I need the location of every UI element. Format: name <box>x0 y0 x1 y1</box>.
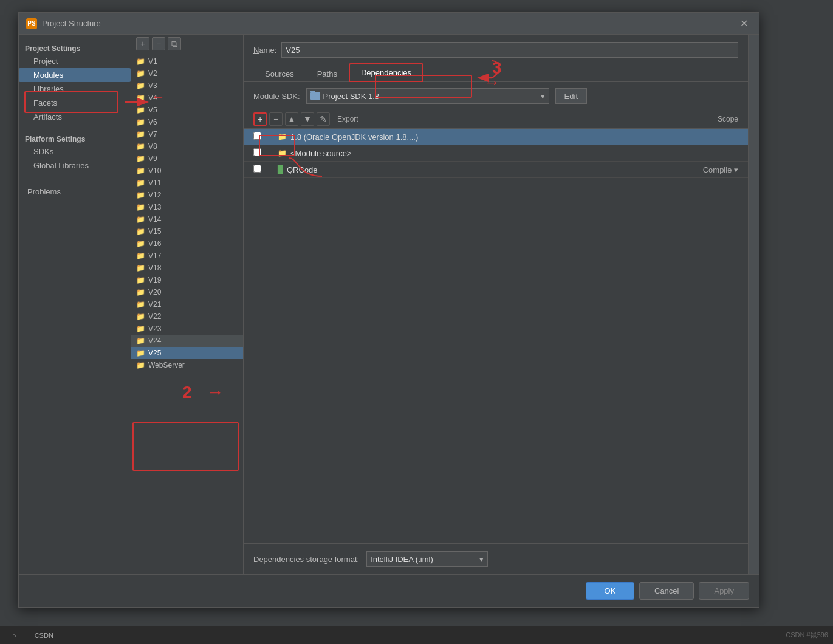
module-item-v1[interactable]: 📁 V1 <box>131 55 243 67</box>
module-item-v25[interactable]: 📁 V25 <box>131 347 243 359</box>
module-item-v3[interactable]: 📁 V3 <box>131 80 243 92</box>
apply-button[interactable]: Apply <box>699 582 749 600</box>
module-item-v10[interactable]: 📁 V10 <box>131 165 243 177</box>
tab-paths[interactable]: Paths <box>306 65 349 82</box>
module-list-panel: + − ⧉ 📁 V1 📁 V2 📁 V3 📁 V4 📁 <box>131 35 244 574</box>
module-item-v15[interactable]: 📁 V15 <box>131 225 243 238</box>
module-item-v13[interactable]: 📁 V13 <box>131 201 243 213</box>
sidebar-item-libraries[interactable]: Libraries <box>19 82 131 96</box>
folder-icon: 📁 <box>136 94 145 102</box>
export-header-label: Export <box>337 115 358 123</box>
folder-icon: 📁 <box>136 337 145 345</box>
dep-row-sdk[interactable]: 📁 1.8 (Oracle OpenJDK version 1.8....) <box>244 129 748 145</box>
module-item-v17[interactable]: 📁 V17 <box>131 250 243 262</box>
dialog-footer: OK Cancel Apply <box>19 574 759 607</box>
folder-icon: 📁 <box>136 324 145 333</box>
module-item-v12[interactable]: 📁 V12 <box>131 189 243 201</box>
folder-icon: 📁 <box>136 191 145 199</box>
folder-icon: 📁 <box>136 252 145 260</box>
dep-name-sdk: 1.8 (Oracle OpenJDK version 1.8....) <box>290 132 738 142</box>
module-item-v5[interactable]: 📁 V5 <box>131 104 243 116</box>
module-item-v16[interactable]: 📁 V16 <box>131 238 243 250</box>
name-row: Name: <box>244 35 748 63</box>
cancel-button[interactable]: Cancel <box>639 582 694 600</box>
module-item-v11[interactable]: 📁 V11 <box>131 177 243 189</box>
folder-icon: 📁 <box>136 215 145 224</box>
module-item-webserver[interactable]: 📁 WebServer <box>131 359 243 371</box>
folder-icon: 📁 <box>136 142 145 151</box>
module-item-v6[interactable]: 📁 V6 <box>131 116 243 128</box>
project-settings-section: Project Settings <box>19 39 131 54</box>
folder-icon: 📁 <box>136 203 145 211</box>
sidebar-item-global-libraries[interactable]: Global Libraries <box>19 159 131 173</box>
dep-name-module-source: <Module source> <box>290 149 738 158</box>
left-sidebar: Project Settings Project Modules Librari… <box>19 35 131 574</box>
edit-dependency-button[interactable]: ✎ <box>317 112 330 126</box>
folder-icon: 📁 <box>136 179 145 187</box>
taskbar-watermark: CSDN #鼠596 <box>786 631 828 640</box>
tab-dependencies[interactable]: Dependencies <box>349 63 423 82</box>
module-item-v7[interactable]: 📁 V7 <box>131 128 243 140</box>
scope-header-label: Scope <box>718 115 738 123</box>
folder-icon: 📁 <box>136 276 145 284</box>
dep-row-module-source[interactable]: 📁 <Module source> <box>244 145 748 162</box>
dep-row-qrcode[interactable]: ▉ QRCode Compile ▾ <box>244 162 748 178</box>
taskbar-item-1[interactable]: ○ <box>5 631 24 640</box>
close-button[interactable]: ✕ <box>736 16 752 30</box>
module-item-v4[interactable]: 📁 V4 <box>131 92 243 104</box>
add-dependency-button[interactable]: + <box>253 112 267 126</box>
folder-icon: 📁 <box>136 154 145 163</box>
storage-dropdown[interactable]: IntelliJ IDEA (.iml) ▾ <box>366 551 488 567</box>
dep-checkbox-module-source[interactable] <box>253 148 278 158</box>
tab-sources[interactable]: Sources <box>253 65 306 82</box>
module-item-v19[interactable]: 📁 V19 <box>131 274 243 286</box>
module-item-v9[interactable]: 📁 V9 <box>131 152 243 165</box>
module-item-v8[interactable]: 📁 V8 <box>131 140 243 152</box>
right-sidebar <box>748 35 759 574</box>
dep-name-qrcode: QRCode <box>287 165 703 174</box>
edit-sdk-button[interactable]: Edit <box>555 88 587 104</box>
module-item-v2[interactable]: 📁 V2 <box>131 67 243 80</box>
sidebar-item-project[interactable]: Project <box>19 54 131 68</box>
module-item-v18[interactable]: 📁 V18 <box>131 262 243 274</box>
storage-value: IntelliJ IDEA (.iml) <box>371 555 433 564</box>
project-structure-dialog: PS Project Structure ✕ Project Settings … <box>18 12 759 608</box>
folder-icon: 📁 <box>136 106 145 114</box>
remove-module-button[interactable]: − <box>152 37 165 50</box>
sdk-dropdown[interactable]: Project SDK 1.8 ▾ <box>306 88 549 104</box>
storage-format-row: Dependencies storage format: IntelliJ ID… <box>244 543 748 574</box>
taskbar: ○ CSDN CSDN #鼠596 <box>0 626 833 644</box>
module-item-v22[interactable]: 📁 V22 <box>131 310 243 323</box>
module-item-v21[interactable]: 📁 V21 <box>131 298 243 310</box>
add-module-button[interactable]: + <box>136 37 149 50</box>
module-sdk-row: Module SDK: Project SDK 1.8 ▾ Edit <box>244 82 748 110</box>
remove-dependency-button[interactable]: − <box>269 112 283 126</box>
module-item-v14[interactable]: 📁 V14 <box>131 213 243 225</box>
sidebar-item-problems[interactable]: Problems <box>19 185 131 199</box>
dep-checkbox-sdk[interactable] <box>253 132 278 142</box>
folder-icon: 📁 <box>136 57 145 66</box>
folder-icon: 📁 <box>136 81 145 90</box>
folder-icon: 📁 <box>136 166 145 175</box>
ok-button[interactable]: OK <box>586 582 634 600</box>
sidebar-item-sdks[interactable]: SDKs <box>19 145 131 159</box>
module-item-v24[interactable]: 📁 V24 <box>131 335 243 347</box>
dropdown-arrow-icon: ▾ <box>541 92 545 101</box>
module-item-v20[interactable]: 📁 V20 <box>131 286 243 298</box>
sidebar-item-modules[interactable]: Modules <box>19 68 131 82</box>
folder-icon: 📁 <box>136 130 145 139</box>
sidebar-item-artifacts[interactable]: Artifacts <box>19 110 131 124</box>
move-down-button[interactable]: ▼ <box>301 112 314 126</box>
folder-icon: 📁 <box>136 227 145 236</box>
module-sdk-label: Module SDK: <box>253 92 300 101</box>
module-item-v23[interactable]: 📁 V23 <box>131 323 243 335</box>
name-input[interactable] <box>281 42 738 58</box>
move-up-button[interactable]: ▲ <box>285 112 298 126</box>
taskbar-item-csdn[interactable]: CSDN <box>27 631 61 640</box>
copy-module-button[interactable]: ⧉ <box>168 37 181 50</box>
qrcode-bar-icon: ▉ <box>278 165 283 174</box>
sidebar-item-facets[interactable]: Facets <box>19 96 131 110</box>
module-source-folder-icon: 📁 <box>278 149 287 157</box>
folder-icon: 📁 <box>136 264 145 272</box>
dep-checkbox-qrcode[interactable] <box>253 165 278 174</box>
